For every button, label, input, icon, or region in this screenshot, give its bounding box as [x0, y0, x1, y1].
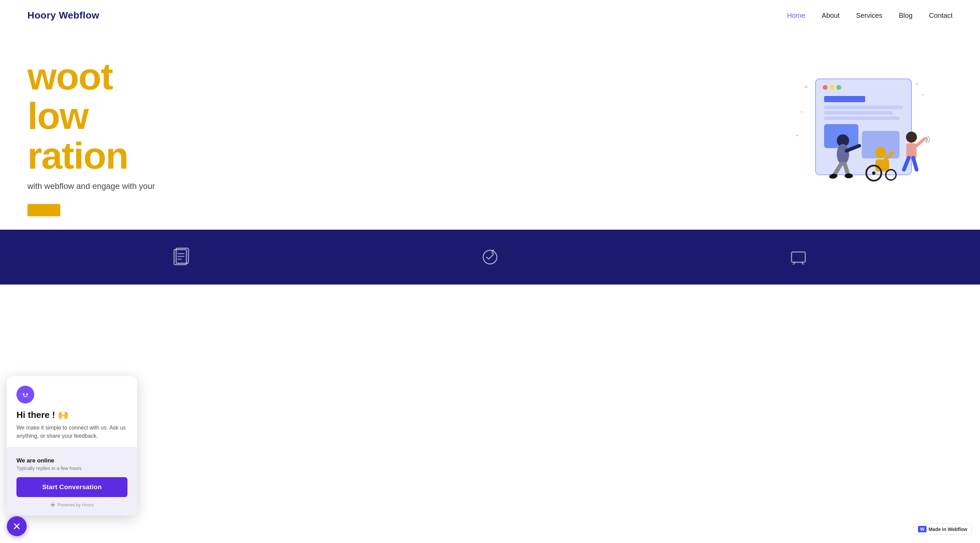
svg-point-26 — [872, 171, 875, 175]
svg-text:✦: ✦ — [915, 81, 919, 87]
footer-icon-2-svg: £ — [480, 247, 500, 268]
svg-point-29 — [906, 132, 917, 143]
svg-point-17 — [837, 144, 849, 164]
hero-title-line2: low — [27, 96, 775, 136]
svg-text:✦: ✦ — [795, 133, 799, 138]
hero-title-line1: woot — [27, 57, 775, 96]
svg-text:✦: ✦ — [800, 110, 803, 114]
footer-icon-1-svg — [171, 247, 192, 268]
svg-text:£: £ — [492, 249, 495, 255]
hero-illustration-svg: ✦ ✦ ✦ ✦ ✦ — [775, 68, 953, 206]
svg-point-21 — [845, 174, 853, 178]
svg-rect-24 — [875, 159, 889, 171]
footer-icon-3-svg — [788, 247, 809, 268]
site-logo: Hoory Webflow — [27, 10, 99, 21]
navbar: Hoory Webflow Home About Services Blog C… — [0, 0, 980, 31]
svg-point-2 — [823, 85, 827, 90]
nav-links: Home About Services Blog Contact — [787, 12, 953, 19]
hero-subtitle: with webflow and engage with your — [27, 182, 205, 191]
svg-rect-41 — [792, 252, 805, 262]
svg-text:✦: ✦ — [922, 93, 924, 97]
nav-about[interactable]: About — [822, 12, 840, 19]
footer-icon-1 — [171, 247, 192, 268]
hero-illustration: ✦ ✦ ✦ ✦ ✦ — [775, 68, 953, 206]
svg-line-33 — [913, 158, 916, 170]
svg-point-4 — [837, 85, 841, 90]
svg-point-3 — [830, 85, 834, 90]
svg-point-23 — [875, 147, 886, 158]
footer-icon-2: £ — [480, 247, 500, 268]
hero-title-line3: ration — [27, 136, 775, 175]
nav-home[interactable]: Home — [787, 12, 805, 19]
nav-services[interactable]: Services — [856, 12, 882, 19]
nav-contact[interactable]: Contact — [929, 12, 953, 19]
hero-text: woot low ration with webflow and engage … — [27, 57, 775, 218]
hero-section: woot low ration with webflow and engage … — [0, 31, 980, 230]
footer-bar: £ — [0, 230, 980, 285]
svg-text:✦: ✦ — [803, 84, 809, 91]
footer-icon-3 — [788, 247, 809, 268]
hero-title: woot low ration — [27, 57, 775, 175]
svg-rect-5 — [824, 96, 865, 102]
hero-cta-button[interactable] — [27, 204, 60, 216]
nav-blog[interactable]: Blog — [899, 12, 913, 19]
svg-rect-7 — [824, 111, 892, 115]
svg-rect-8 — [824, 116, 899, 120]
svg-rect-6 — [824, 105, 903, 109]
svg-line-31 — [916, 139, 924, 146]
